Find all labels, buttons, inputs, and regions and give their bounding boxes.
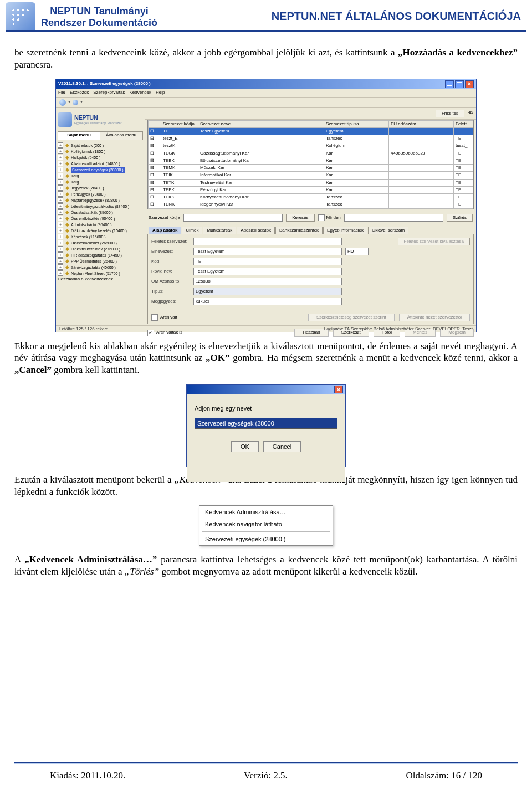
expand-icon[interactable]: + [58, 216, 63, 221]
row-expand-icon[interactable]: ⊞ [150, 165, 154, 170]
chevron-down-icon[interactable]: ▾ [80, 99, 83, 105]
collapse-toggle[interactable]: -ia [468, 110, 473, 117]
table-row[interactable]: ⊞TETKTestnevelési KarKarTE [149, 179, 473, 186]
row-expand-icon[interactable]: ⊞ [150, 172, 154, 177]
minimize-icon[interactable] [445, 80, 454, 88]
grid-header[interactable]: Felett [454, 120, 473, 127]
expand-icon[interactable]: + [58, 191, 63, 197]
filter-combo[interactable] [344, 214, 443, 222]
tree-item[interactable]: +◆Tárg [58, 173, 143, 179]
row-expand-icon[interactable]: ⊞ [150, 158, 154, 163]
expand-icon[interactable]: + [58, 173, 63, 178]
field-parent-org[interactable] [193, 238, 342, 245]
expand-icon[interactable]: + [58, 142, 63, 148]
tree-item[interactable]: +◆Szervezeti egységek (28000 ) [58, 167, 143, 173]
nav-back-icon[interactable] [59, 99, 66, 106]
context-add-favorite[interactable]: Hozzáadás a kedvencekhez [58, 276, 143, 282]
row-expand-icon[interactable]: ⊟ [150, 143, 154, 148]
tree-item[interactable]: +◆Diákhitel kérelmek (276000 ) [58, 246, 143, 252]
table-row[interactable]: ⊞TEPKPénzügyi KarKarTE [149, 186, 473, 193]
search-all-checkbox[interactable] [318, 214, 325, 221]
sidebar-tab-own[interactable]: Saját menü [58, 132, 100, 140]
sidebar-tab-general[interactable]: Általános menü [100, 132, 142, 140]
table-row[interactable]: ⊞TEBKBölcsészettudományi KarKarTE [149, 157, 473, 164]
table-row[interactable]: ⊞TEIKInformatikai KarKarTE [149, 172, 473, 179]
menu-fav-item[interactable]: Szervezeti egységek (28000 ) [200, 533, 332, 545]
tree-item[interactable]: +◆Óra statisztikák (89600 ) [58, 209, 143, 216]
table-row[interactable]: ⊞TEKKKörnyezettudományi KarTanszékTE [149, 194, 473, 201]
expand-icon[interactable]: + [58, 264, 63, 270]
menu-help[interactable]: Help [156, 90, 165, 95]
tree-item[interactable]: +◆Kollégiumok (1800 ) [58, 148, 143, 155]
row-expand-icon[interactable]: ⊟ [150, 136, 154, 141]
tree-item[interactable]: +◆Hallgatók (5400 ) [58, 155, 143, 161]
sidebar-tree[interactable]: +◆Saját adatok (200 )+◆Kollégiumok (1800… [58, 142, 143, 276]
row-expand-icon[interactable]: ⊞ [150, 180, 154, 185]
tree-item[interactable]: +◆Záróvizsgáztatás (40600 ) [58, 264, 143, 270]
row-expand-icon[interactable]: ⊞ [150, 194, 154, 199]
nav-fwd-icon[interactable] [73, 100, 78, 105]
detail-tab[interactable]: Adózási adatok [237, 227, 275, 234]
tree-item[interactable]: +◆Naptárbejegyzések (82800 ) [58, 197, 143, 203]
expand-icon[interactable]: + [58, 240, 63, 245]
select-parent-button[interactable]: Feletes szervezet kiválasztása [398, 238, 470, 245]
table-row[interactable]: ⊟teszt_ETanszékTE [149, 135, 473, 142]
chevron-down-icon[interactable]: ▾ [68, 99, 70, 105]
search-input[interactable] [183, 214, 283, 222]
expand-icon[interactable]: + [58, 203, 63, 209]
org-grid[interactable]: Szervezet kódjaSzervezet neveSzervezet t… [147, 120, 474, 209]
expand-icon[interactable]: + [58, 197, 63, 203]
refresh-button[interactable]: Frissítés [436, 110, 464, 117]
menu-tools[interactable]: Eszközök [70, 90, 89, 95]
row-expand-icon[interactable]: ⊟ [150, 129, 154, 134]
expand-icon[interactable]: + [58, 179, 63, 185]
grid-header[interactable]: EU adószám [389, 120, 454, 127]
table-row[interactable]: ⊞TEGKGazdaságtudományi KarKar44968596065… [149, 150, 473, 157]
expand-icon[interactable]: + [58, 167, 63, 172]
tree-item[interactable]: +◆Alkalmazotti adatok (14800 ) [58, 161, 143, 167]
expand-icon[interactable]: + [58, 270, 63, 276]
grid-header[interactable]: Szervezet típusa [324, 120, 389, 127]
expand-icon[interactable]: + [58, 252, 63, 258]
btn-editbyorg[interactable]: Szerkeszthetőség szervezet szerint [308, 314, 395, 321]
cancel-button[interactable]: Cancel [263, 441, 301, 452]
expand-icon[interactable]: + [58, 209, 63, 215]
tree-item[interactable]: +◆Neptun Meet Street (51750 ) [58, 270, 143, 276]
menu-favorites[interactable]: Kedvencek [129, 90, 151, 95]
grid-header[interactable] [149, 120, 161, 127]
tree-item[interactable]: +◆Tárg [58, 179, 143, 185]
close-icon[interactable] [465, 80, 474, 88]
expand-icon[interactable]: + [58, 185, 63, 191]
grid-header[interactable]: Szervezet kódja [161, 120, 198, 127]
tree-item[interactable]: +◆Pénzügyek (78600 ) [58, 191, 143, 197]
expand-icon[interactable]: + [58, 258, 63, 264]
row-expand-icon[interactable]: ⊞ [150, 151, 154, 156]
add-button[interactable]: Hozzáad [294, 329, 329, 336]
menu-roleswitch[interactable]: Szerepkörváltás [93, 90, 125, 95]
field-note[interactable]: kukucs [193, 298, 342, 305]
showarchived-checkbox[interactable]: ✓ [147, 330, 154, 336]
field-omid[interactable]: 125838 [193, 278, 342, 285]
btn-overview[interactable]: Áttekintő nézet szervezetről [399, 314, 470, 321]
tree-item[interactable]: +◆Oklevélmelléklet (266000 ) [58, 240, 143, 246]
expand-icon[interactable]: + [58, 148, 63, 154]
menu-fav-admin[interactable]: Kedvencek Adminisztrálása… [200, 506, 332, 518]
table-row[interactable]: ⊟tesztKKollégiumteszt_ [149, 142, 473, 150]
table-row[interactable]: ⊟TETeszt EgyetemEgyetem [149, 127, 473, 135]
tree-item[interactable]: +◆Képzések (115600 ) [58, 234, 143, 240]
detail-tab[interactable]: Oklevél sorszám [368, 227, 408, 234]
archived-checkbox[interactable] [151, 314, 158, 321]
tree-item[interactable]: +◆Órarendkészítés (90400 ) [58, 216, 143, 222]
table-row[interactable]: ⊞TENKIdegennyelvi KarTanszékTE [149, 201, 473, 208]
menu-file[interactable]: File [58, 90, 65, 95]
field-lang[interactable]: HU [345, 248, 369, 255]
expand-icon[interactable]: + [58, 228, 63, 233]
search-button[interactable]: Keresés [286, 214, 314, 222]
detail-tab[interactable]: Címek [182, 227, 202, 234]
tree-item[interactable]: +◆Adminisztráció (95400 ) [58, 222, 143, 228]
close-icon[interactable] [334, 386, 343, 393]
menu-fav-nav[interactable]: Kedvencek navigator látható [200, 518, 332, 530]
row-expand-icon[interactable]: ⊞ [150, 187, 154, 192]
expand-icon[interactable]: + [58, 234, 63, 239]
detail-tab[interactable]: Munkatársak [203, 227, 236, 234]
